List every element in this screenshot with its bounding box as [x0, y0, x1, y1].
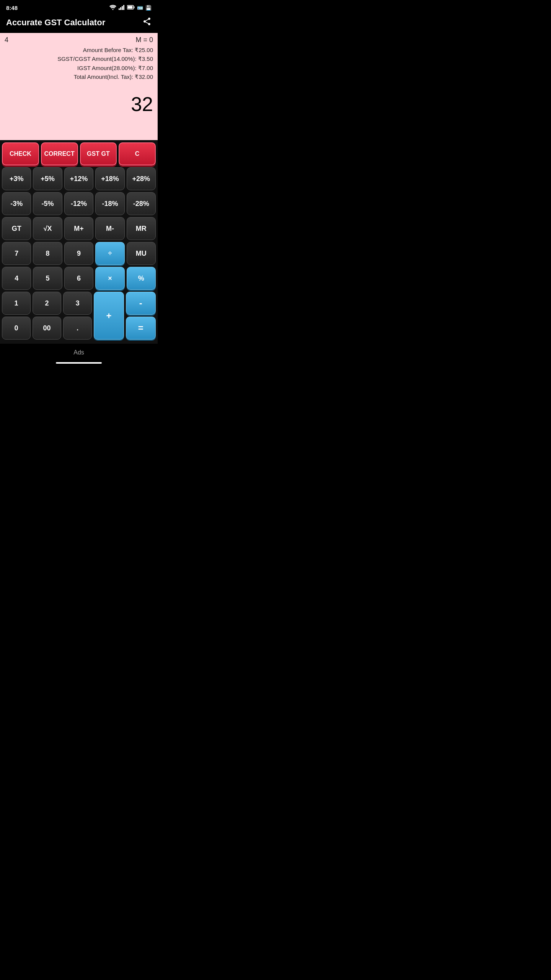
- plus-12-percent-button[interactable]: +12%: [64, 167, 93, 190]
- negative-gst-row: -3% -5% -12% -18% -28%: [2, 192, 156, 215]
- signal-icon: [119, 5, 125, 11]
- memory-recall-button[interactable]: MR: [127, 217, 156, 240]
- digit-5-button[interactable]: 5: [33, 267, 62, 290]
- digit-00-button[interactable]: 00: [33, 317, 61, 340]
- digit-0-button[interactable]: 0: [2, 317, 31, 340]
- battery-icon: [127, 5, 135, 11]
- minus-12-percent-button[interactable]: -12%: [64, 192, 93, 215]
- wifi-icon: [109, 5, 116, 11]
- home-indicator: [0, 359, 158, 368]
- markup-button[interactable]: MU: [127, 242, 156, 265]
- sim-icon: 🪪: [137, 5, 143, 11]
- home-bar: [56, 362, 102, 364]
- share-button[interactable]: [142, 17, 152, 28]
- igst-amount: IGST Amount(28.00%): ₹7.00: [5, 64, 153, 72]
- svg-point-0: [112, 9, 114, 10]
- digit-4-button[interactable]: 4: [2, 267, 31, 290]
- gst-gt-button[interactable]: GST GT: [80, 142, 117, 165]
- digit-3-button[interactable]: 3: [63, 292, 92, 315]
- digits-1-2-3-row: 1 2 3: [2, 292, 92, 315]
- svg-rect-1: [119, 8, 120, 10]
- ads-footer: Ads: [0, 344, 158, 359]
- action-row: CHECK CORRECT GST GT C: [2, 142, 156, 165]
- digit-2-button[interactable]: 2: [33, 292, 61, 315]
- plus-button[interactable]: +: [94, 292, 124, 340]
- amount-before-tax: Amount Before Tax: ₹25.00: [5, 46, 153, 54]
- digit-9-button[interactable]: 9: [64, 242, 93, 265]
- plus-5-percent-button[interactable]: +5%: [33, 167, 62, 190]
- app-bar: Accurate GST Calculator: [0, 14, 158, 33]
- number-row-7-8-9: 7 8 9 ÷ MU: [2, 242, 156, 265]
- calculator-keypad: CHECK CORRECT GST GT C +3% +5% +12% +18%…: [0, 140, 158, 344]
- check-button[interactable]: CHECK: [2, 142, 39, 165]
- equals-button[interactable]: =: [126, 317, 156, 340]
- svg-rect-7: [128, 6, 133, 9]
- minus-3-percent-button[interactable]: -3%: [2, 192, 31, 215]
- digit-7-button[interactable]: 7: [2, 242, 31, 265]
- ads-label: Ads: [73, 349, 84, 356]
- digit-6-button[interactable]: 6: [64, 267, 93, 290]
- memory-row: GT √X M+ M- MR: [2, 217, 156, 240]
- minus-button[interactable]: -: [126, 292, 156, 315]
- sqrt-button[interactable]: √X: [33, 217, 62, 240]
- correct-button[interactable]: CORRECT: [41, 142, 78, 165]
- plus-3-percent-button[interactable]: +3%: [2, 167, 31, 190]
- minus-28-percent-button[interactable]: -28%: [127, 192, 156, 215]
- display-input-number: 4: [5, 36, 8, 44]
- digits-0-00-dot-row: 0 00 .: [2, 317, 92, 340]
- display-details: Amount Before Tax: ₹25.00 SGST/CGST Amou…: [5, 46, 153, 81]
- svg-rect-4: [123, 5, 124, 10]
- divide-button[interactable]: ÷: [95, 242, 124, 265]
- memory-minus-button[interactable]: M-: [95, 217, 124, 240]
- multiply-button[interactable]: ×: [95, 267, 124, 290]
- display-result: 32: [5, 93, 153, 116]
- status-icons: 🪪 💾: [109, 5, 152, 11]
- clear-button[interactable]: C: [119, 142, 156, 165]
- minus-18-percent-button[interactable]: -18%: [95, 192, 124, 215]
- app-title: Accurate GST Calculator: [6, 18, 105, 28]
- plus-18-percent-button[interactable]: +18%: [95, 167, 124, 190]
- display-memory: M = 0: [135, 36, 153, 44]
- total-amount: Total Amount(Incl. Tax): ₹32.00: [5, 72, 153, 81]
- plus-28-percent-button[interactable]: +28%: [127, 167, 156, 190]
- positive-gst-row: +3% +5% +12% +18% +28%: [2, 167, 156, 190]
- decimal-button[interactable]: .: [63, 317, 92, 340]
- svg-rect-2: [120, 7, 121, 10]
- gt-button[interactable]: GT: [2, 217, 31, 240]
- number-row-4-5-6: 4 5 6 × %: [2, 267, 156, 290]
- sgst-cgst-amount: SGST/CGST Amount(14.00%): ₹3.50: [5, 54, 153, 63]
- svg-rect-6: [134, 7, 135, 8]
- number-row-1-2-3-plus: 1 2 3 0 00 . + - =: [2, 292, 156, 340]
- percent-button[interactable]: %: [127, 267, 156, 290]
- svg-rect-3: [122, 6, 123, 10]
- digit-1-button[interactable]: 1: [2, 292, 31, 315]
- display-area: 4 M = 0 Amount Before Tax: ₹25.00 SGST/C…: [0, 33, 158, 140]
- status-time: 8:48: [6, 5, 18, 11]
- memory-icon: 💾: [145, 5, 152, 11]
- minus-5-percent-button[interactable]: -5%: [33, 192, 62, 215]
- memory-plus-button[interactable]: M+: [64, 217, 93, 240]
- status-bar: 8:48: [0, 0, 158, 14]
- digit-8-button[interactable]: 8: [33, 242, 62, 265]
